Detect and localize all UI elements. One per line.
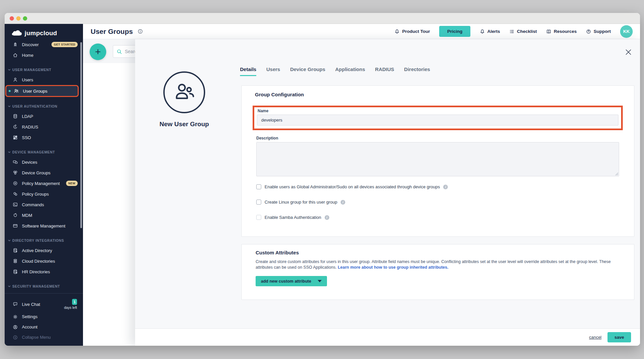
main-content: User Groups Product TourPricingAlertsChe… (83, 24, 640, 346)
macos-titlebar (5, 13, 640, 24)
section-label: SECURITY MANAGEMENT (12, 284, 60, 288)
custom-attributes-heading: Custom Attributes (256, 250, 299, 255)
header-action-resources[interactable]: Resources (546, 29, 577, 34)
inherited-attributes-link[interactable]: Learn more about how to use group inheri… (338, 265, 448, 270)
sidebar-item-ldap[interactable]: LDAP (5, 111, 83, 122)
panel-tabs: DetailsUsersDevice GroupsApplicationsRAD… (240, 66, 430, 76)
description-label: Description (256, 136, 278, 140)
sidebar-item-commands[interactable]: Commands (5, 199, 83, 210)
sidebar-section-user-management[interactable]: USER MANAGEMENT (5, 65, 83, 74)
tab-device-groups[interactable]: Device Groups (290, 66, 325, 76)
resize-grip-icon[interactable] (615, 172, 618, 176)
sidebar-item-label: Users (22, 77, 33, 82)
checkbox-create-linux-group-for-this-user-group[interactable] (256, 200, 261, 205)
header-action-support[interactable]: Support (586, 29, 611, 34)
group-description-textarea[interactable] (256, 142, 619, 176)
checkbox-enable-users-as-global-administrator-sud[interactable] (256, 184, 261, 189)
trial-days-badge: 1days left (64, 299, 77, 310)
save-button[interactable]: save (607, 332, 631, 342)
tab-users[interactable]: Users (266, 66, 280, 76)
sidebar-item-collapse-menu[interactable]: Collapse Menu (5, 332, 83, 342)
sidebar-section-user-authentication[interactable]: USER AUTHENTICATION (5, 102, 83, 111)
sidebar-item-software-management[interactable]: Software Management (5, 221, 83, 231)
home-icon (13, 52, 18, 58)
add-user-group-button[interactable]: + (90, 44, 106, 60)
sidebar-item-account[interactable]: Account (5, 322, 83, 332)
sidebar-item-hr-directories[interactable]: HR Directories (5, 266, 83, 277)
search-icon (117, 49, 122, 54)
live-chat-icon (13, 302, 18, 307)
sidebar-item-policy-groups[interactable]: Policy Groups (5, 189, 83, 199)
jumpcloud-logo[interactable]: jumpcloud (5, 24, 83, 39)
tab-applications[interactable]: Applications (335, 66, 365, 76)
header-action-label: Resources (554, 29, 577, 34)
checkbox-enable-samba-authentication[interactable] (256, 215, 261, 220)
policy-management-icon (13, 181, 18, 186)
add-custom-attribute-button[interactable]: add new custom attribute (256, 276, 327, 286)
sidebar-item-policy-management[interactable]: Policy ManagementNEW (5, 178, 83, 189)
header-action-alerts[interactable]: Alerts (480, 29, 500, 34)
devices-icon (13, 159, 18, 165)
info-icon[interactable] (137, 29, 143, 34)
header-action-label: Product Tour (402, 29, 430, 34)
sidebar-item-devices[interactable]: Devices (5, 157, 83, 167)
sidebar-bottom-section: Live Chat1days leftSettingsAccountCollap… (5, 293, 83, 346)
chevron-down-icon (8, 239, 11, 241)
sidebar-item-live-chat[interactable]: Live Chat1days left (5, 297, 83, 312)
tab-details[interactable]: Details (240, 66, 256, 76)
sidebar-item-active-directory[interactable]: Active Directory (5, 245, 83, 256)
users-icon (13, 77, 18, 82)
sidebar-section-security-management[interactable]: SECURITY MANAGEMENT (5, 282, 83, 291)
sidebar-item-device-groups[interactable]: Device Groups (5, 167, 83, 178)
checkbox-label: Enable Samba Authentication (265, 215, 321, 220)
sidebar-item-settings[interactable]: Settings (5, 312, 83, 322)
sidebar-item-label: Home (22, 53, 34, 58)
checkbox-label: Create Linux group for this user group (265, 200, 337, 205)
sidebar-item-radius[interactable]: RADIUS (5, 122, 83, 132)
minimize-window-button[interactable] (16, 16, 21, 21)
header-action-product-tour[interactable]: Product Tour (394, 29, 430, 34)
ldap-icon (13, 114, 18, 119)
user-group-icon (173, 83, 195, 102)
commands-icon (13, 202, 18, 207)
group-name-input[interactable] (257, 115, 618, 126)
days-left-caption: days left (64, 306, 77, 310)
account-icon (13, 324, 18, 330)
close-icon[interactable] (625, 48, 632, 56)
info-icon[interactable]: i (341, 200, 345, 205)
sidebar-item-label: Discover (22, 42, 39, 47)
cancel-button[interactable]: cancel (589, 335, 602, 340)
panel-footer: cancel save (135, 328, 640, 346)
sidebar-scrollbar[interactable] (80, 42, 82, 228)
pricing-button[interactable]: Pricing (439, 26, 470, 37)
question-icon (586, 29, 591, 34)
sidebar-item-sso[interactable]: SSO (5, 132, 83, 143)
chevron-down-icon (8, 285, 11, 287)
zoom-window-button[interactable] (23, 16, 27, 21)
info-icon[interactable]: i (325, 215, 329, 220)
sidebar-section-directory-integrations[interactable]: DIRECTORY INTEGRATIONS (5, 236, 83, 245)
header-action-checklist[interactable]: Checklist (509, 29, 537, 34)
sidebar-item-users[interactable]: Users (5, 74, 83, 85)
new-user-group-panel: New User Group DetailsUsersDevice Groups… (135, 39, 640, 346)
tab-radius[interactable]: RADIUS (375, 66, 394, 76)
header-action-label: Support (594, 29, 611, 34)
sidebar-item-label: User Groups (23, 89, 47, 94)
user-group-avatar (163, 71, 205, 113)
sidebar-item-label: Account (22, 324, 38, 329)
user-avatar[interactable]: KK (620, 25, 633, 38)
add-custom-attribute-label: add new custom attribute (261, 279, 311, 284)
sidebar-item-cloud-directories[interactable]: Cloud Directories (5, 256, 83, 266)
section-label: USER AUTHENTICATION (12, 104, 57, 108)
sidebar-section-device-management[interactable]: DEVICE MANAGEMENT (5, 147, 83, 157)
sidebar-item-home[interactable]: Home (5, 50, 83, 60)
sidebar-item-discover[interactable]: DiscoverGET STARTED (5, 39, 83, 50)
sidebar-item-label: HR Directories (22, 269, 50, 274)
sidebar-item-label: LDAP (22, 114, 33, 119)
sidebar-item-mdm[interactable]: MDM (5, 210, 83, 221)
dropdown-caret-icon (318, 280, 322, 282)
sidebar-item-user-groups[interactable]: User Groups (5, 85, 79, 97)
close-window-button[interactable] (10, 16, 14, 21)
tab-directories[interactable]: Directories (404, 66, 430, 76)
info-icon[interactable]: i (443, 185, 448, 189)
